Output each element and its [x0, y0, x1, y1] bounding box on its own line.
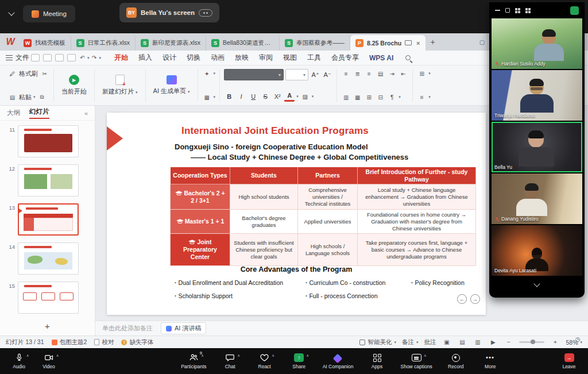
- zoom-slider-knob[interactable]: [531, 340, 535, 344]
- bullet-list-icon[interactable]: ▥: [341, 92, 351, 102]
- menu-tools[interactable]: 工具: [302, 53, 326, 63]
- slide-thumbnail[interactable]: [18, 164, 79, 196]
- notes-placeholder[interactable]: 单击此处添加备注: [102, 324, 153, 333]
- slide-sorter-view-icon[interactable]: ▤: [457, 338, 467, 347]
- video-button[interactable]: ∧ Video: [38, 353, 60, 369]
- zoom-in-icon[interactable]: +: [550, 338, 560, 347]
- new-slide-button[interactable]: 新建幻灯片 ▾: [99, 75, 141, 96]
- indent-decrease-icon[interactable]: ⇤: [399, 69, 408, 78]
- menu-insert[interactable]: 插入: [133, 53, 157, 63]
- menu-member[interactable]: 会员专享: [326, 53, 364, 63]
- participant-video[interactable]: Triwahju Hardianto: [492, 70, 582, 121]
- menu-slideshow[interactable]: 放映: [230, 53, 254, 63]
- text-direction-icon[interactable]: ⊟: [376, 92, 385, 102]
- screen-share-tab[interactable]: BY Bella Yu's screen: [119, 3, 219, 22]
- collapse-videos-button[interactable]: [489, 277, 585, 286]
- indent-increase-icon[interactable]: ⇥: [387, 69, 397, 78]
- slideshow-icon[interactable]: ▶: [488, 338, 498, 347]
- notes-toggle[interactable]: 备注▾: [402, 338, 419, 346]
- undo-icon[interactable]: ↶: [78, 53, 87, 63]
- chat-button[interactable]: ∧ Chat: [219, 353, 241, 369]
- doc-tab[interactable]: S 日常工作表.xlsx: [71, 35, 136, 51]
- window-tool-icon[interactable]: ▢: [477, 37, 487, 47]
- bold-button[interactable]: B: [224, 91, 234, 102]
- react-button[interactable]: ∧ React: [254, 353, 276, 369]
- more-button[interactable]: ••• More: [479, 353, 501, 369]
- ai-generate-page-button[interactable]: AI 生成单页 ▾: [150, 75, 194, 95]
- slide-thumbnail[interactable]: [18, 242, 79, 275]
- gallery-view-icon[interactable]: [515, 8, 520, 13]
- ai-speech-button[interactable]: AI 演讲稿: [161, 322, 206, 334]
- chevron-up-icon[interactable]: ∧: [424, 353, 427, 358]
- highlight-color-icon[interactable]: ▨: [300, 92, 310, 101]
- superscript-button[interactable]: X²: [272, 91, 283, 102]
- participant-video-active-speaker[interactable]: Bella Yu: [492, 122, 582, 172]
- chevron-up-icon[interactable]: ∧: [26, 353, 29, 358]
- align-right-icon[interactable]: ≡: [364, 69, 374, 78]
- previous-slide-button[interactable]: ←: [457, 294, 467, 304]
- cut-icon[interactable]: ✂: [40, 69, 49, 78]
- copy-icon[interactable]: ⧉: [37, 92, 47, 102]
- zoom-slider[interactable]: [519, 341, 544, 343]
- paste-button[interactable]: 粘贴: [19, 93, 32, 102]
- history-icon[interactable]: ◷: [573, 334, 583, 344]
- doc-tab[interactable]: S 新印尼资源表.xlsx: [136, 35, 206, 51]
- justify-icon[interactable]: ▤: [376, 69, 385, 78]
- export-icon[interactable]: [67, 54, 76, 61]
- file-menu[interactable]: 文件: [6, 53, 29, 63]
- menu-review[interactable]: 审阅: [254, 53, 278, 63]
- normal-view-icon[interactable]: ▣: [442, 338, 451, 347]
- ai-companion-button[interactable]: AI Companion: [323, 353, 354, 369]
- missing-font-warning[interactable]: !缺失字体: [121, 338, 153, 346]
- participant-video[interactable]: Danang Yudistiro: [492, 173, 582, 224]
- menu-wps-ai[interactable]: WPS AI: [364, 54, 399, 62]
- paragraph-icon[interactable]: ¶: [387, 92, 397, 102]
- comments-toggle[interactable]: 批注: [424, 338, 436, 346]
- menu-design[interactable]: 设计: [157, 53, 181, 63]
- format-painter-button[interactable]: 格式刷: [19, 70, 38, 78]
- close-icon[interactable]: ×: [416, 40, 420, 47]
- clipboard-icon[interactable]: ▤: [7, 92, 17, 102]
- slide-thumbnail[interactable]: [18, 282, 79, 314]
- collapse-panel-icon[interactable]: «: [84, 110, 88, 117]
- theme-indicator[interactable]: 包图主题2: [52, 338, 87, 346]
- underline-button[interactable]: U: [248, 91, 258, 102]
- audio-button[interactable]: ∧ Audio: [8, 353, 30, 369]
- leave-button[interactable]: → Leave: [558, 353, 580, 369]
- doc-tab[interactable]: W 找稿壳模板: [18, 35, 71, 51]
- slide-13[interactable]: International Joint Education Programs D…: [107, 113, 486, 315]
- expand-icon[interactable]: [505, 8, 510, 13]
- shield-icon[interactable]: [570, 6, 579, 15]
- print-icon[interactable]: [43, 54, 52, 61]
- participant-video[interactable]: Devita Ayu Larasati: [492, 225, 582, 276]
- smart-beautify-button[interactable]: 智能美化▾: [359, 338, 396, 346]
- doc-tab[interactable]: S 泰国蔡蔡参考——: [280, 35, 350, 51]
- grid-layout-icon[interactable]: [525, 8, 531, 13]
- number-list-icon[interactable]: ▦: [353, 92, 362, 102]
- add-slide-button[interactable]: +: [0, 321, 95, 331]
- wps-logo[interactable]: W: [2, 33, 18, 51]
- participant-video[interactable]: Hardian Susilo Addy: [492, 18, 582, 69]
- doc-tab-active[interactable]: P 8.25 Brochu ×: [350, 35, 425, 51]
- shape-insert-icon[interactable]: ⊞: [417, 69, 427, 78]
- menu-animation[interactable]: 动画: [206, 53, 230, 63]
- italic-button[interactable]: I: [236, 91, 246, 102]
- meeting-tab[interactable]: Meeting: [23, 5, 75, 22]
- tab-outline[interactable]: 大纲: [7, 109, 20, 117]
- layout-tool-icon[interactable]: ▦: [202, 92, 212, 102]
- captions-button[interactable]: ∧ Show captions: [401, 353, 432, 369]
- collapse-toolbar-button[interactable]: [9, 10, 14, 15]
- new-document-tab-button[interactable]: +: [425, 33, 440, 51]
- ai-tool-icon[interactable]: ✦: [202, 69, 212, 78]
- print-preview-icon[interactable]: [55, 54, 64, 61]
- menu-transition[interactable]: 切换: [181, 53, 206, 63]
- tab-slides[interactable]: 幻灯片: [29, 107, 49, 119]
- play-from-current-button[interactable]: ▶ 当前开始: [58, 75, 90, 96]
- arrange-icon[interactable]: ≡: [417, 92, 427, 102]
- proofing-button[interactable]: 校对: [94, 338, 114, 346]
- chevron-up-icon[interactable]: ∧: [201, 353, 204, 358]
- chevron-up-icon[interactable]: ∧: [272, 353, 274, 358]
- font-size-select[interactable]: ▾: [285, 69, 308, 80]
- participants-button[interactable]: 9∧ Participants: [181, 353, 206, 369]
- chevron-up-icon[interactable]: ∧: [306, 353, 309, 358]
